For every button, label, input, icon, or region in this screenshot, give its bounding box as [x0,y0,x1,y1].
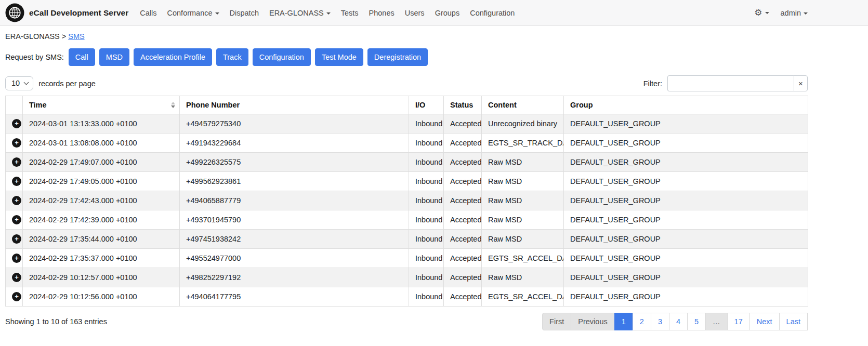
cell-time: 2024-02-29 17:42:43.000 +0100 [23,191,180,210]
cell-phone: +493701945790 [180,210,409,230]
request-sms-button[interactable]: Acceleration Profile [134,48,212,66]
request-sms-button[interactable]: Call [69,48,95,66]
cell-io: Inbound [409,191,444,210]
pagination-button[interactable]: Next [749,313,780,330]
cell-group: DEFAULT_USER_GROUP [564,210,808,230]
cell-group: DEFAULT_USER_GROUP [564,230,808,249]
gear-icon: ⚙ [754,8,762,17]
pagination-button[interactable]: Previous [571,313,614,330]
nav-menu-item[interactable]: Phones [364,6,400,20]
nav-menu-item[interactable]: Groups [430,6,465,20]
cell-status: Accepted [444,114,482,134]
cell-group: DEFAULT_USER_GROUP [564,268,808,287]
cell-io: Inbound [409,153,444,172]
filter-input[interactable] [667,75,794,91]
pagination-button[interactable]: 4 [669,313,688,330]
nav-menu-item[interactable]: Configuration [465,6,520,20]
plus-icon: + [15,178,19,184]
cell-content: EGTS_SR_ACCEL_DATA [482,287,564,307]
nav-menu-item[interactable]: Tests [336,6,364,20]
breadcrumb-current-link[interactable]: SMS [68,32,84,41]
pagination-button[interactable]: Last [779,313,808,330]
expand-row-button[interactable]: + [12,215,21,224]
expand-row-button[interactable]: + [12,196,21,205]
cell-content: Raw MSD [482,153,564,172]
column-header-status[interactable]: Status [444,96,482,114]
expand-row-button[interactable]: + [12,273,21,282]
expand-row-button[interactable]: + [12,254,21,263]
table-footer: Showing 1 to 10 of 163 entries First Pre… [5,313,808,330]
expand-row-button[interactable]: + [12,157,21,167]
cell-time: 2024-02-29 10:12:57.000 +0100 [23,268,180,287]
pagination-button[interactable]: First [542,313,571,330]
cell-group: DEFAULT_USER_GROUP [564,191,808,210]
nav-menu-item[interactable]: Calls [135,6,162,20]
cell-group: DEFAULT_USER_GROUP [564,287,808,307]
cell-status: Accepted [444,172,482,191]
cell-status: Accepted [444,287,482,307]
expand-row-button[interactable]: + [12,292,21,301]
cell-content: Raw MSD [482,230,564,249]
pagination-button[interactable]: 2 [633,313,651,330]
pagination-button[interactable]: … [705,313,728,330]
cell-time: 2024-02-29 17:49:07.000 +0100 [23,153,180,172]
column-header-io[interactable]: I/O [409,96,444,114]
sms-table: Time Phone Number I/O Status Content Gro… [5,96,808,307]
request-sms-button[interactable]: MSD [99,48,129,66]
filter-clear-button[interactable]: × [794,75,808,91]
expand-row-button[interactable]: + [12,138,21,148]
expand-row-button[interactable]: + [12,234,21,244]
column-header-content[interactable]: Content [482,96,564,114]
app-brand[interactable]: eCall Development Server [29,8,128,18]
pagination-button[interactable]: 5 [687,313,706,330]
table-row: + 2024-02-29 17:42:39.000 +0100 +4937019… [6,210,808,230]
request-sms-button[interactable]: Deregistration [367,48,428,66]
column-header-time[interactable]: Time [23,96,180,114]
user-menu[interactable]: admin [781,9,808,17]
cell-phone: +494579275340 [180,114,409,134]
nav-menu-item[interactable]: Conformance [162,6,225,20]
column-header-expand [6,96,23,114]
column-header-phone[interactable]: Phone Number [180,96,409,114]
settings-dropdown[interactable]: ⚙ [754,8,769,17]
request-sms-button[interactable]: Configuration [253,48,311,66]
request-sms-button[interactable]: Test Mode [315,48,363,66]
nav-menu-item[interactable]: ERA-GLONASS [264,6,336,20]
plus-icon: + [15,274,19,281]
cell-phone: +499562923861 [180,172,409,191]
expand-row-button[interactable]: + [12,177,21,186]
pagination-button[interactable]: 1 [614,313,633,330]
chevron-down-icon [804,12,808,15]
table-row: + 2024-02-29 17:49:05.000 +0100 +4995629… [6,172,808,191]
page-size-select[interactable]: 10 [5,76,33,90]
cell-time: 2024-03-01 13:13:33.000 +0100 [23,114,180,134]
column-header-group[interactable]: Group [564,96,808,114]
pagination-button[interactable]: 3 [651,313,669,330]
plus-icon: + [15,216,19,223]
close-icon: × [798,79,803,88]
chevron-down-icon [215,12,219,15]
breadcrumb-parent: ERA-GLONASS [5,32,60,41]
sort-desc-icon [171,102,175,108]
plus-icon: + [15,293,19,300]
breadcrumb: ERA-GLONASS>SMS [5,32,808,41]
cell-time: 2024-02-29 17:35:44.000 +0100 [23,230,180,249]
nav-menu-item[interactable]: Users [400,6,430,20]
expand-row-button[interactable]: + [12,119,21,128]
cell-io: Inbound [409,134,444,153]
cell-time: 2024-02-29 17:42:39.000 +0100 [23,210,180,230]
cell-time: 2024-02-29 17:35:37.000 +0100 [23,249,180,268]
plus-icon: + [15,255,19,261]
cell-io: Inbound [409,268,444,287]
cell-group: DEFAULT_USER_GROUP [564,249,808,268]
cell-group: DEFAULT_USER_GROUP [564,114,808,134]
cell-phone: +491943229684 [180,134,409,153]
nav-menu-item[interactable]: Dispatch [225,6,264,20]
cell-content: Raw MSD [482,210,564,230]
request-sms-button[interactable]: Track [216,48,248,66]
table-row: + 2024-02-29 17:35:37.000 +0100 +4955249… [6,249,808,268]
cell-phone: +498252297192 [180,268,409,287]
cell-io: Inbound [409,230,444,249]
top-navbar: eCall Development Server Calls Conforman… [0,0,868,26]
pagination-button[interactable]: 17 [727,313,750,330]
